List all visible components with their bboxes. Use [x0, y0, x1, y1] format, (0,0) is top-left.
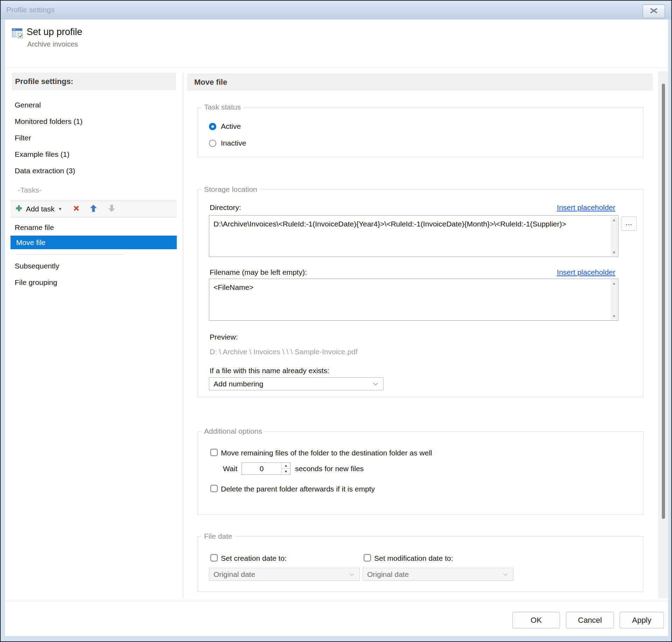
set-modification-date-checkbox[interactable]: [364, 554, 371, 561]
profile-settings-window: Profile settings Set up profile Archiv: [0, 0, 672, 642]
delete-parent-label[interactable]: Delete the parent folder afterwards if i…: [221, 484, 375, 494]
directory-label: Directory:: [210, 203, 241, 212]
move-task-up-button[interactable]: [89, 204, 98, 214]
exists-dropdown-value: Add numbering: [214, 380, 373, 388]
close-button[interactable]: [643, 5, 665, 18]
add-task-label: Add task: [26, 205, 55, 213]
preview-value: D: \ Archive \ Invoices \ \ \ Sample-Inv…: [210, 348, 358, 356]
wait-label: Wait: [223, 464, 237, 473]
move-remaining-label[interactable]: Move remaining files of the folder to th…: [221, 448, 432, 458]
modification-date-dropdown[interactable]: Original date: [363, 568, 513, 581]
set-modification-date-label[interactable]: Set modification date to:: [374, 554, 453, 563]
arrow-up-icon: [89, 204, 98, 214]
storage-location-group: Storage location Directory: Insert place…: [198, 189, 644, 397]
header-separator: [5, 67, 668, 68]
main-scrollbar[interactable]: [658, 71, 668, 598]
preview-label: Preview:: [210, 333, 238, 342]
window-title: Profile settings: [6, 1, 55, 19]
profile-icon: [12, 28, 23, 40]
chevron-down-icon: [373, 381, 378, 387]
ok-button[interactable]: OK: [512, 612, 560, 628]
wait-spinner-buttons: ▲ ▼: [281, 463, 290, 474]
task-status-group: Task status Active Inactive: [198, 107, 644, 157]
delete-task-icon: [72, 204, 80, 214]
apply-button[interactable]: Apply: [620, 612, 664, 628]
wait-value[interactable]: 0: [242, 463, 281, 474]
exists-dropdown[interactable]: Add numbering: [209, 377, 384, 390]
exists-label: If a file with this name already exists:: [210, 366, 329, 375]
wait-spinner[interactable]: 0 ▲ ▼: [241, 462, 290, 475]
tasks-section-label: -Tasks-: [18, 182, 42, 198]
dialog-client-area: Set up profile Archive invoices Profile …: [5, 20, 668, 636]
sidebar-item-filter[interactable]: Filter: [12, 130, 152, 146]
sidebar-item-monitored-folders[interactable]: Monitored folders (1): [12, 113, 152, 130]
radio-option-inactive[interactable]: Inactive: [209, 138, 246, 148]
window-titlebar: Profile settings: [1, 1, 671, 19]
insert-placeholder-link-filename[interactable]: Insert placeholder: [557, 268, 615, 277]
page-subtitle: Archive invoices: [27, 40, 78, 48]
filename-label: Filename (may be left empty):: [210, 268, 307, 277]
filename-scrollbar[interactable]: ▲ ▼: [611, 280, 617, 320]
task-status-legend: Task status: [202, 103, 243, 112]
cancel-button[interactable]: Cancel: [566, 612, 614, 628]
radio-active-input[interactable]: [209, 123, 216, 130]
scroll-up-icon[interactable]: ▲: [611, 281, 617, 285]
spin-up-icon[interactable]: ▲: [282, 463, 290, 469]
file-date-group: File date Set creation date to: Set modi…: [198, 536, 644, 592]
insert-placeholder-link-directory[interactable]: Insert placeholder: [557, 203, 615, 212]
chevron-down-icon: [349, 571, 355, 578]
move-task-down-button[interactable]: [107, 204, 116, 214]
radio-inactive-input[interactable]: [209, 140, 216, 147]
set-creation-date-label[interactable]: Set creation date to:: [221, 554, 287, 563]
directory-value: D:\Archive\Invoices\<RuleId:-1(InvoiceDa…: [214, 218, 574, 230]
dropdown-caret-icon: ▼: [58, 207, 62, 211]
delete-task-button[interactable]: [72, 204, 80, 214]
task-item-rename-file[interactable]: Rename file: [12, 219, 152, 236]
chevron-down-icon: [503, 571, 508, 578]
additional-options-group: Additional options Move remaining files …: [198, 431, 644, 515]
browse-directory-button[interactable]: ...: [621, 216, 637, 231]
directory-scrollbar[interactable]: ▲ ▼: [611, 216, 617, 256]
sidebar-main-separator: [183, 72, 183, 598]
task-toolbar: Add task ▼: [10, 201, 177, 217]
scroll-up-icon[interactable]: ▲: [611, 218, 617, 222]
additional-options-legend: Additional options: [202, 427, 265, 436]
move-remaining-checkbox[interactable]: [210, 449, 218, 456]
sidebar-item-general[interactable]: General: [12, 97, 152, 113]
footer-separator: [5, 601, 668, 601]
close-icon: [650, 8, 658, 15]
storage-location-legend: Storage location: [202, 185, 260, 194]
scroll-down-icon[interactable]: ▼: [611, 250, 617, 254]
file-date-legend: File date: [202, 532, 235, 541]
plus-icon: [15, 204, 23, 214]
spin-down-icon[interactable]: ▼: [282, 469, 290, 474]
radio-active-label[interactable]: Active: [221, 122, 241, 131]
arrow-down-icon: [107, 204, 116, 214]
sidebar-item-subsequently[interactable]: Subsequently: [12, 258, 152, 274]
sidebar-item-data-extraction[interactable]: Data extraction (3): [12, 162, 152, 179]
task-list-divider: [16, 254, 124, 255]
radio-inactive-label[interactable]: Inactive: [221, 139, 246, 147]
creation-date-value: Original date: [214, 570, 349, 579]
directory-textarea[interactable]: D:\Archive\Invoices\<RuleId:-1(InvoiceDa…: [209, 215, 618, 257]
scroll-down-icon[interactable]: ▼: [611, 314, 617, 318]
sidebar-heading: Profile settings:: [12, 72, 176, 90]
radio-option-active[interactable]: Active: [209, 121, 241, 131]
add-task-button[interactable]: Add task ▼: [15, 204, 62, 214]
main-panel-title: Move file: [187, 74, 653, 91]
creation-date-dropdown[interactable]: Original date: [209, 568, 360, 581]
main-scrollbar-thumb[interactable]: [662, 84, 665, 519]
sidebar-item-file-grouping[interactable]: File grouping: [12, 274, 152, 291]
page-title: Set up profile: [27, 27, 82, 37]
task-item-move-file[interactable]: Move file: [10, 236, 177, 249]
modification-date-value: Original date: [367, 570, 503, 579]
filename-value: <FileName>: [214, 281, 574, 293]
filename-textarea[interactable]: <FileName> ▲ ▼: [209, 279, 618, 321]
sidebar-item-example-files[interactable]: Example files (1): [12, 146, 152, 162]
wait-suffix-label: seconds for new files: [295, 464, 364, 473]
delete-parent-checkbox[interactable]: [210, 485, 218, 492]
set-creation-date-checkbox[interactable]: [210, 554, 218, 561]
